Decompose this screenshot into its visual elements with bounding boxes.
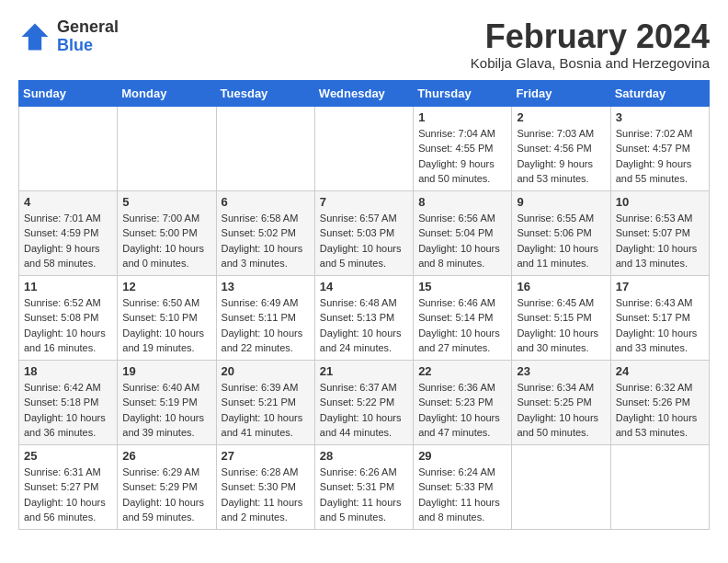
day-info: Sunrise: 6:42 AM Sunset: 5:18 PM Dayligh… (24, 380, 112, 441)
day-number: 21 (320, 364, 408, 378)
calendar-cell: 18Sunrise: 6:42 AM Sunset: 5:18 PM Dayli… (19, 360, 118, 444)
calendar-cell: 10Sunrise: 6:53 AM Sunset: 5:07 PM Dayli… (610, 190, 709, 275)
col-wednesday: Wednesday (314, 80, 413, 106)
calendar-cell: 17Sunrise: 6:43 AM Sunset: 5:17 PM Dayli… (610, 275, 709, 360)
day-info: Sunrise: 7:00 AM Sunset: 5:00 PM Dayligh… (122, 211, 210, 271)
calendar-cell: 21Sunrise: 6:37 AM Sunset: 5:22 PM Dayli… (314, 360, 413, 444)
calendar-cell: 7Sunrise: 6:57 AM Sunset: 5:03 PM Daylig… (314, 190, 413, 275)
day-number: 22 (418, 364, 506, 378)
calendar-cell: 23Sunrise: 6:34 AM Sunset: 5:25 PM Dayli… (512, 360, 610, 444)
day-number: 19 (122, 364, 210, 378)
col-tuesday: Tuesday (216, 80, 314, 106)
calendar-cell: 11Sunrise: 6:52 AM Sunset: 5:08 PM Dayli… (19, 275, 118, 360)
day-number: 25 (24, 449, 112, 463)
day-number: 27 (222, 449, 310, 463)
col-monday: Monday (118, 80, 216, 106)
day-info: Sunrise: 6:57 AM Sunset: 5:03 PM Dayligh… (320, 211, 408, 271)
day-info: Sunrise: 6:32 AM Sunset: 5:26 PM Dayligh… (616, 380, 704, 441)
day-number: 7 (320, 195, 408, 209)
calendar-cell (512, 444, 610, 529)
calendar-cell: 13Sunrise: 6:49 AM Sunset: 5:11 PM Dayli… (216, 275, 314, 360)
day-number: 11 (24, 280, 112, 293)
day-number: 24 (616, 364, 704, 378)
day-info: Sunrise: 6:52 AM Sunset: 5:08 PM Dayligh… (24, 295, 112, 356)
day-number: 10 (616, 195, 704, 209)
day-number: 9 (517, 195, 605, 209)
calendar-cell: 16Sunrise: 6:45 AM Sunset: 5:15 PM Dayli… (512, 275, 610, 360)
logo-general: General (57, 18, 119, 37)
col-friday: Friday (512, 80, 610, 106)
calendar-cell (314, 106, 413, 190)
day-number: 8 (418, 195, 506, 209)
calendar-cell: 9Sunrise: 6:55 AM Sunset: 5:06 PM Daylig… (512, 190, 610, 275)
day-info: Sunrise: 6:26 AM Sunset: 5:31 PM Dayligh… (320, 465, 408, 525)
calendar-cell (19, 106, 118, 190)
calendar-body: 1Sunrise: 7:04 AM Sunset: 4:55 PM Daylig… (19, 106, 710, 529)
day-number: 1 (418, 110, 506, 124)
logo-text: General Blue (57, 18, 119, 55)
header-row: Sunday Monday Tuesday Wednesday Thursday… (19, 80, 710, 106)
calendar-cell: 24Sunrise: 6:32 AM Sunset: 5:26 PM Dayli… (610, 360, 709, 444)
day-info: Sunrise: 6:55 AM Sunset: 5:06 PM Dayligh… (517, 211, 605, 271)
calendar-cell: 22Sunrise: 6:36 AM Sunset: 5:23 PM Dayli… (414, 360, 512, 444)
day-number: 13 (222, 280, 310, 293)
day-number: 15 (418, 280, 506, 293)
day-info: Sunrise: 6:37 AM Sunset: 5:22 PM Dayligh… (320, 380, 408, 441)
day-number: 16 (517, 280, 605, 293)
day-info: Sunrise: 6:43 AM Sunset: 5:17 PM Dayligh… (616, 295, 704, 356)
col-sunday: Sunday (19, 80, 118, 106)
col-saturday: Saturday (610, 80, 709, 106)
day-number: 28 (320, 449, 408, 463)
calendar-cell: 5Sunrise: 7:00 AM Sunset: 5:00 PM Daylig… (118, 190, 216, 275)
calendar-cell: 4Sunrise: 7:01 AM Sunset: 4:59 PM Daylig… (19, 190, 118, 275)
day-info: Sunrise: 6:56 AM Sunset: 5:04 PM Dayligh… (418, 211, 506, 271)
day-number: 23 (517, 364, 605, 378)
day-number: 18 (24, 364, 112, 378)
day-info: Sunrise: 6:36 AM Sunset: 5:23 PM Dayligh… (418, 380, 506, 441)
calendar-cell (610, 444, 709, 529)
calendar-header: Sunday Monday Tuesday Wednesday Thursday… (19, 80, 710, 106)
month-title: February 2024 (471, 18, 710, 55)
calendar-cell: 3Sunrise: 7:02 AM Sunset: 4:57 PM Daylig… (610, 106, 709, 190)
logo-blue: Blue (57, 37, 119, 55)
day-info: Sunrise: 7:02 AM Sunset: 4:57 PM Dayligh… (616, 126, 704, 187)
calendar-cell: 6Sunrise: 6:58 AM Sunset: 5:02 PM Daylig… (216, 190, 314, 275)
day-number: 6 (222, 195, 310, 209)
day-info: Sunrise: 6:49 AM Sunset: 5:11 PM Dayligh… (222, 295, 310, 356)
day-info: Sunrise: 6:39 AM Sunset: 5:21 PM Dayligh… (222, 380, 310, 441)
day-info: Sunrise: 6:46 AM Sunset: 5:14 PM Dayligh… (418, 295, 506, 356)
day-info: Sunrise: 6:29 AM Sunset: 5:29 PM Dayligh… (122, 465, 210, 525)
day-info: Sunrise: 6:53 AM Sunset: 5:07 PM Dayligh… (616, 211, 704, 271)
calendar-week-5: 25Sunrise: 6:31 AM Sunset: 5:27 PM Dayli… (19, 444, 710, 529)
calendar-cell: 26Sunrise: 6:29 AM Sunset: 5:29 PM Dayli… (118, 444, 216, 529)
calendar-week-3: 11Sunrise: 6:52 AM Sunset: 5:08 PM Dayli… (19, 275, 710, 360)
calendar-cell: 14Sunrise: 6:48 AM Sunset: 5:13 PM Dayli… (314, 275, 413, 360)
day-info: Sunrise: 6:45 AM Sunset: 5:15 PM Dayligh… (517, 295, 605, 356)
calendar-cell: 8Sunrise: 6:56 AM Sunset: 5:04 PM Daylig… (414, 190, 512, 275)
calendar-cell: 27Sunrise: 6:28 AM Sunset: 5:30 PM Dayli… (216, 444, 314, 529)
day-number: 14 (320, 280, 408, 293)
day-number: 3 (616, 110, 704, 124)
day-info: Sunrise: 7:03 AM Sunset: 4:56 PM Dayligh… (517, 126, 605, 187)
day-info: Sunrise: 6:48 AM Sunset: 5:13 PM Dayligh… (320, 295, 408, 356)
calendar-cell: 29Sunrise: 6:24 AM Sunset: 5:33 PM Dayli… (414, 444, 512, 529)
calendar-week-4: 18Sunrise: 6:42 AM Sunset: 5:18 PM Dayli… (19, 360, 710, 444)
day-info: Sunrise: 6:28 AM Sunset: 5:30 PM Dayligh… (222, 465, 310, 525)
day-info: Sunrise: 6:31 AM Sunset: 5:27 PM Dayligh… (24, 465, 112, 525)
calendar-week-1: 1Sunrise: 7:04 AM Sunset: 4:55 PM Daylig… (19, 106, 710, 190)
calendar-cell: 25Sunrise: 6:31 AM Sunset: 5:27 PM Dayli… (19, 444, 118, 529)
svg-marker-0 (22, 23, 49, 50)
day-number: 12 (122, 280, 210, 293)
location-subtitle: Kobilja Glava, Bosnia and Herzegovina (471, 55, 710, 71)
calendar-cell: 12Sunrise: 6:50 AM Sunset: 5:10 PM Dayli… (118, 275, 216, 360)
calendar-cell: 19Sunrise: 6:40 AM Sunset: 5:19 PM Dayli… (118, 360, 216, 444)
header: General Blue February 2024 Kobilja Glava… (18, 18, 710, 71)
calendar-cell: 28Sunrise: 6:26 AM Sunset: 5:31 PM Dayli… (314, 444, 413, 529)
calendar-week-2: 4Sunrise: 7:01 AM Sunset: 4:59 PM Daylig… (19, 190, 710, 275)
logo: General Blue (18, 18, 119, 55)
calendar-cell: 15Sunrise: 6:46 AM Sunset: 5:14 PM Dayli… (414, 275, 512, 360)
logo-icon (18, 20, 51, 53)
day-number: 4 (24, 195, 112, 209)
calendar-cell: 2Sunrise: 7:03 AM Sunset: 4:56 PM Daylig… (512, 106, 610, 190)
day-number: 5 (122, 195, 210, 209)
